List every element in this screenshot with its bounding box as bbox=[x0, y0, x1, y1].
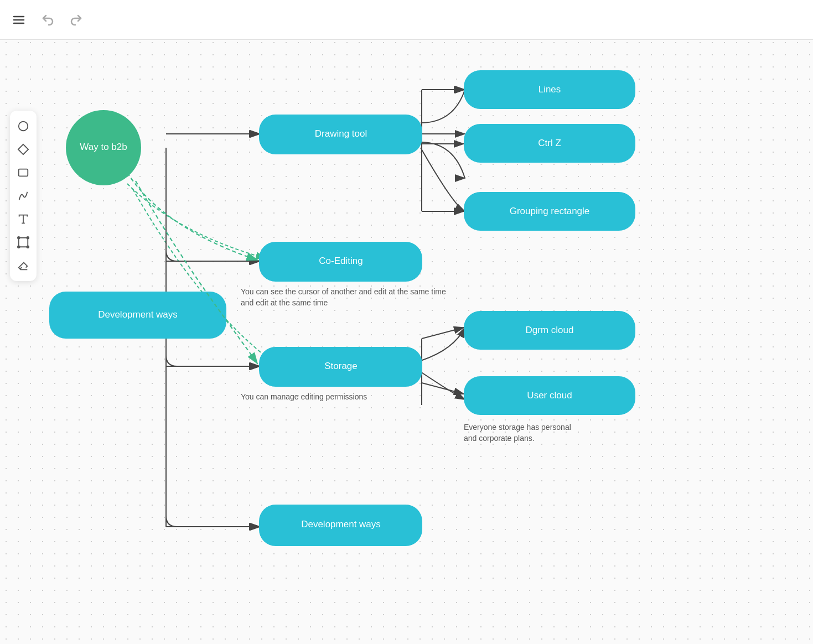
svg-point-10 bbox=[27, 246, 29, 248]
grouping-rect-label: Grouping rectangle bbox=[510, 206, 590, 216]
lines-label: Lines bbox=[538, 84, 561, 95]
svg-point-8 bbox=[27, 237, 29, 239]
redo-button[interactable] bbox=[66, 10, 86, 30]
shape-toolbar bbox=[10, 111, 37, 281]
undo-button[interactable] bbox=[38, 10, 58, 30]
text-shape-button[interactable] bbox=[14, 210, 32, 228]
co-editing-label: Co-Editing bbox=[319, 256, 363, 266]
dashed-arrow-co-editing bbox=[127, 173, 257, 260]
user-cloud-label: User cloud bbox=[527, 390, 572, 401]
svg-rect-5 bbox=[19, 169, 28, 176]
storage-everyone-note: Everyone storage has personal and corpor… bbox=[464, 423, 573, 443]
toolbar bbox=[0, 0, 813, 40]
transform-shape-button[interactable] bbox=[14, 233, 32, 251]
circle-shape-button[interactable] bbox=[14, 117, 32, 135]
dgrm-cloud-label: Dgrm cloud bbox=[526, 325, 574, 335]
storage-note: You can manage editing permissions bbox=[241, 392, 367, 401]
curve-shape-button[interactable] bbox=[14, 187, 32, 205]
svg-rect-6 bbox=[19, 238, 28, 247]
svg-point-7 bbox=[18, 237, 20, 239]
eraser-shape-button[interactable] bbox=[14, 257, 32, 274]
development-ways-bottom-label: Development ways bbox=[301, 519, 381, 529]
drawing-tool-label: Drawing tool bbox=[315, 128, 367, 139]
co-editing-note: You can see the cursor of another and ed… bbox=[241, 287, 448, 307]
diamond-shape-button[interactable] bbox=[14, 141, 32, 158]
svg-point-3 bbox=[19, 122, 28, 131]
storage-label: Storage bbox=[324, 361, 358, 371]
ctrl-z-label: Ctrl Z bbox=[538, 138, 561, 148]
svg-line-24 bbox=[422, 328, 464, 339]
svg-line-25 bbox=[422, 383, 464, 394]
svg-point-9 bbox=[18, 246, 20, 248]
rectangle-shape-button[interactable] bbox=[14, 164, 32, 181]
development-ways-label: Development ways bbox=[98, 309, 178, 320]
way-to-b2b-label: Way to b2b bbox=[80, 142, 127, 152]
menu-button[interactable] bbox=[9, 10, 29, 30]
diagram-canvas[interactable]: Way to b2b Development ways Drawing tool… bbox=[0, 40, 813, 644]
svg-marker-4 bbox=[18, 144, 28, 154]
